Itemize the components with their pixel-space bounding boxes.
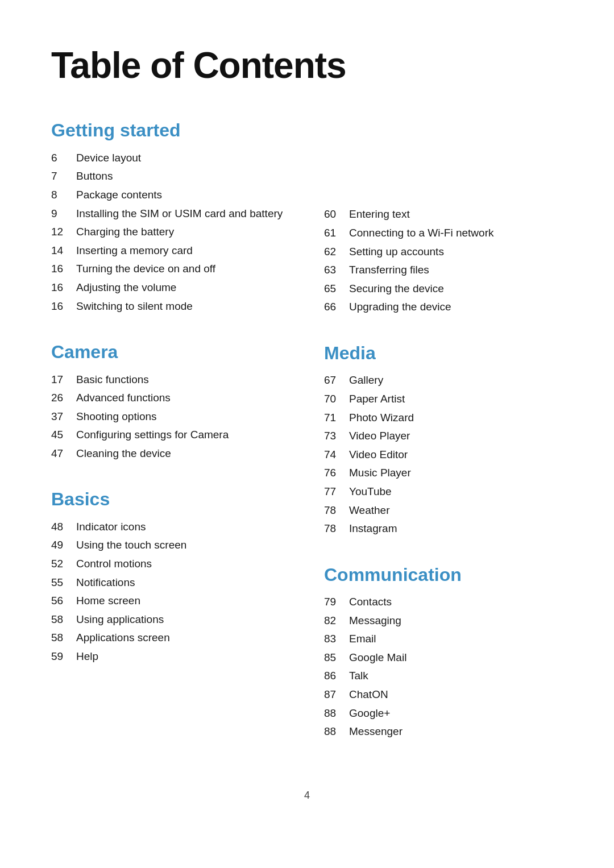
toc-num: 37 (51, 409, 76, 425)
toc-text: Weather (349, 503, 389, 518)
list-item: 73 Video Player (324, 429, 563, 444)
section-communication: Communication 79 Contacts 82 Messaging 8… (324, 564, 563, 740)
list-item: 56 Home screen (51, 593, 290, 609)
section-getting-started: Getting started 6 Device layout 7 Button… (51, 119, 290, 314)
section-title-communication: Communication (324, 564, 563, 585)
toc-num: 56 (51, 593, 76, 609)
list-item: 58 Using applications (51, 612, 290, 628)
list-item: 88 Messenger (324, 724, 563, 740)
toc-num: 9 (51, 206, 76, 222)
toc-text: Google+ (349, 706, 390, 721)
list-item: 6 Device layout (51, 151, 290, 166)
toc-num: 74 (324, 447, 349, 463)
list-item: 78 Weather (324, 503, 563, 518)
toc-list-basics-continued: 60 Entering text 61 Connecting to a Wi-F… (324, 207, 563, 315)
list-item: 8 Package contents (51, 188, 290, 203)
toc-text: Upgrading the device (349, 300, 451, 315)
toc-num: 76 (324, 466, 349, 481)
toc-text: Talk (349, 668, 368, 684)
section-title-camera: Camera (51, 341, 290, 363)
toc-num: 26 (51, 391, 76, 406)
toc-text: Securing the device (349, 281, 444, 297)
toc-num: 16 (51, 261, 76, 277)
list-item: 7 Buttons (51, 169, 290, 184)
toc-text: Indicator icons (76, 520, 146, 535)
toc-text: Using applications (76, 612, 164, 628)
toc-num: 62 (324, 244, 349, 260)
toc-num: 58 (51, 612, 76, 628)
list-item: 86 Talk (324, 668, 563, 684)
list-item: 47 Cleaning the device (51, 446, 290, 462)
toc-num: 48 (51, 520, 76, 535)
toc-text: Video Player (349, 429, 410, 444)
toc-list-media: 67 Gallery 70 Paper Artist 71 Photo Wiza… (324, 373, 563, 536)
toc-text: Switching to silent mode (76, 299, 193, 314)
toc-text: Transferring files (349, 263, 429, 278)
toc-text: Photo Wizard (349, 410, 414, 426)
section-basics: Basics 48 Indicator icons 49 Using the t… (51, 488, 290, 664)
toc-text: Setting up accounts (349, 244, 444, 260)
list-item: 77 YouTube (324, 484, 563, 500)
list-item: 58 Applications screen (51, 630, 290, 646)
list-item: 16 Switching to silent mode (51, 299, 290, 314)
list-item: 49 Using the touch screen (51, 538, 290, 553)
toc-num: 85 (324, 650, 349, 666)
toc-text: Email (349, 632, 376, 647)
toc-text: Inserting a memory card (76, 243, 193, 259)
list-item: 71 Photo Wizard (324, 410, 563, 426)
toc-num: 73 (324, 429, 349, 444)
toc-num: 14 (51, 243, 76, 259)
toc-num: 88 (324, 706, 349, 721)
toc-num: 67 (324, 373, 349, 388)
toc-text: Charging the battery (76, 225, 174, 240)
toc-num: 58 (51, 630, 76, 646)
toc-num: 87 (324, 687, 349, 703)
toc-text: Music Player (349, 466, 411, 481)
toc-text: Cleaning the device (76, 446, 171, 462)
toc-text: Contacts (349, 595, 392, 610)
toc-num: 8 (51, 188, 76, 203)
list-item: 79 Contacts (324, 595, 563, 610)
toc-num: 47 (51, 446, 76, 462)
page-number: 4 (51, 790, 563, 801)
list-item: 37 Shooting options (51, 409, 290, 425)
toc-num: 70 (324, 392, 349, 407)
toc-text: Messaging (349, 613, 401, 629)
list-item: 17 Basic functions (51, 372, 290, 388)
toc-text: Entering text (349, 207, 410, 222)
toc-text: Paper Artist (349, 392, 405, 407)
toc-text: Help (76, 649, 98, 665)
toc-num: 86 (324, 668, 349, 684)
toc-num: 17 (51, 372, 76, 388)
toc-text: Shooting options (76, 409, 157, 425)
toc-num: 52 (51, 556, 76, 572)
list-item: 65 Securing the device (324, 281, 563, 297)
list-item: 9 Installing the SIM or USIM card and ba… (51, 206, 290, 222)
toc-list-getting-started: 6 Device layout 7 Buttons 8 Package cont… (51, 151, 290, 314)
toc-num: 55 (51, 575, 76, 591)
toc-list-camera: 17 Basic functions 26 Advanced functions… (51, 372, 290, 462)
toc-num: 65 (324, 281, 349, 297)
toc-num: 16 (51, 280, 76, 296)
list-item: 88 Google+ (324, 706, 563, 721)
list-item: 62 Setting up accounts (324, 244, 563, 260)
toc-num: 59 (51, 649, 76, 665)
list-item: 14 Inserting a memory card (51, 243, 290, 259)
toc-text: Google Mail (349, 650, 406, 666)
list-item: 85 Google Mail (324, 650, 563, 666)
list-item: 87 ChatON (324, 687, 563, 703)
list-item: 61 Connecting to a Wi-Fi network (324, 226, 563, 241)
toc-text: Package contents (76, 188, 162, 203)
toc-num: 63 (324, 263, 349, 278)
list-item: 16 Turning the device on and off (51, 261, 290, 277)
toc-text: YouTube (349, 484, 392, 500)
list-item: 48 Indicator icons (51, 520, 290, 535)
toc-text: Device layout (76, 151, 141, 166)
toc-text: Applications screen (76, 630, 170, 646)
toc-list-communication: 79 Contacts 82 Messaging 83 Email 85 Goo… (324, 595, 563, 740)
toc-text: Gallery (349, 373, 383, 388)
list-item: 55 Notifications (51, 575, 290, 591)
list-item: 66 Upgrading the device (324, 300, 563, 315)
right-column: 60 Entering text 61 Connecting to a Wi-F… (324, 119, 563, 766)
toc-num: 78 (324, 521, 349, 537)
